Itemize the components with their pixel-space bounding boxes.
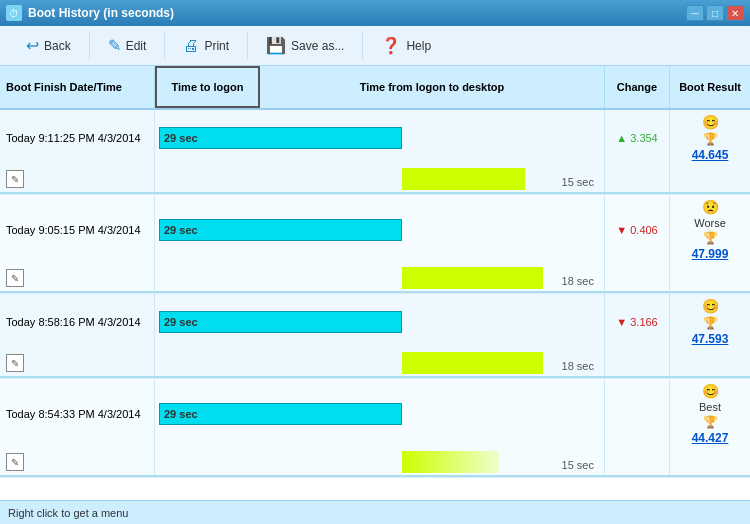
edit-label: Edit bbox=[126, 39, 147, 53]
yellow-bar-3 bbox=[402, 451, 499, 473]
cell-change-bot-0 bbox=[605, 166, 670, 192]
back-button[interactable]: ↩ Back bbox=[8, 31, 90, 60]
edit-small-icon-3[interactable]: ✎ bbox=[6, 453, 24, 471]
cell-result-bot-3 bbox=[670, 449, 750, 475]
print-icon: 🖨 bbox=[183, 37, 199, 55]
yellow-bar-1 bbox=[402, 267, 543, 289]
edit-small-icon-0[interactable]: ✎ bbox=[6, 170, 24, 188]
result-val-3[interactable]: 44.427 bbox=[692, 431, 729, 445]
cell-datetime-bot-0: ✎ bbox=[0, 166, 155, 192]
cell-bar-bot-2: 18 sec bbox=[155, 350, 605, 376]
print-label: Print bbox=[204, 39, 229, 53]
header-logon: Time to logon bbox=[155, 66, 260, 108]
cell-bar-bot-3: 15 sec bbox=[155, 449, 605, 475]
trophy-icon-3: 🏆 bbox=[703, 415, 718, 429]
cell-datetime-3: Today 8:54:33 PM 4/3/2014 bbox=[0, 379, 155, 449]
cell-datetime-bot-1: ✎ bbox=[0, 265, 155, 291]
table-row: Today 8:54:33 PM 4/3/201429 sec😊Best🏆44.… bbox=[0, 379, 750, 478]
table-row: Today 8:58:16 PM 4/3/201429 sec 3.166😊🏆4… bbox=[0, 294, 750, 379]
row-top-2: Today 8:58:16 PM 4/3/201429 sec 3.166😊🏆4… bbox=[0, 294, 750, 350]
yellow-bar-0 bbox=[402, 168, 525, 190]
cell-change-1: 0.406 bbox=[605, 195, 670, 265]
cell-datetime-0: Today 9:11:25 PM 4/3/2014 bbox=[0, 110, 155, 166]
cyan-bar-0: 29 sec bbox=[159, 127, 402, 149]
cell-change-bot-1 bbox=[605, 265, 670, 291]
result-emoji-0: 😊 bbox=[702, 114, 719, 130]
trophy-icon-0: 🏆 bbox=[703, 132, 718, 146]
toolbar: ↩ Back ✎ Edit 🖨 Print 💾 Save as... ❓ Hel… bbox=[0, 26, 750, 66]
minimize-button[interactable]: ─ bbox=[686, 5, 704, 21]
trophy-icon-1: 🏆 bbox=[703, 231, 718, 245]
header-timetodesk: Time from logon to desktop bbox=[260, 66, 605, 108]
row-bottom-1: ✎18 sec bbox=[0, 265, 750, 293]
back-icon: ↩ bbox=[26, 36, 39, 55]
cell-datetime-1: Today 9:05:15 PM 4/3/2014 bbox=[0, 195, 155, 265]
result-emoji-2: 😊 bbox=[702, 298, 719, 314]
result-val-2[interactable]: 47.593 bbox=[692, 332, 729, 346]
help-icon: ❓ bbox=[381, 36, 401, 55]
change-val: 0.406 bbox=[630, 224, 658, 236]
result-emoji-3: 😊 bbox=[702, 383, 719, 399]
cell-datetime-bot-2: ✎ bbox=[0, 350, 155, 376]
cell-bar-bot-0: 15 sec bbox=[155, 166, 605, 192]
arrow-down-icon bbox=[616, 224, 627, 236]
edit-small-icon-1[interactable]: ✎ bbox=[6, 269, 24, 287]
maximize-button[interactable]: □ bbox=[706, 5, 724, 21]
cell-bar-0: 29 sec bbox=[155, 110, 605, 166]
cell-change-0: 3.354 bbox=[605, 110, 670, 166]
app-icon: ⏱ bbox=[6, 5, 22, 21]
cell-bar-1: 29 sec bbox=[155, 195, 605, 265]
table-row: Today 9:05:15 PM 4/3/201429 sec 0.406😟Wo… bbox=[0, 195, 750, 294]
edit-button[interactable]: ✎ Edit bbox=[90, 31, 166, 60]
status-text: Right click to get a menu bbox=[8, 507, 128, 519]
header-datetime: Boot Finish Date/Time bbox=[0, 66, 155, 108]
cell-result-bot-0 bbox=[670, 166, 750, 192]
result-val-1[interactable]: 47.999 bbox=[692, 247, 729, 261]
row-top-1: Today 9:05:15 PM 4/3/201429 sec 0.406😟Wo… bbox=[0, 195, 750, 265]
row-top-3: Today 8:54:33 PM 4/3/201429 sec😊Best🏆44.… bbox=[0, 379, 750, 449]
arrow-down-icon bbox=[616, 316, 627, 328]
cell-bar-bot-1: 18 sec bbox=[155, 265, 605, 291]
cell-result-bot-2 bbox=[670, 350, 750, 376]
help-label: Help bbox=[406, 39, 431, 53]
table-body: Today 9:11:25 PM 4/3/201429 sec 3.354😊🏆4… bbox=[0, 110, 750, 478]
cell-result-2: 😊🏆47.593 bbox=[670, 294, 750, 350]
title-bar: ⏱ Boot History (in seconds) ─ □ ✕ bbox=[0, 0, 750, 26]
window-controls: ─ □ ✕ bbox=[686, 5, 744, 21]
save-icon: 💾 bbox=[266, 36, 286, 55]
result-val-0[interactable]: 44.645 bbox=[692, 148, 729, 162]
saveas-label: Save as... bbox=[291, 39, 344, 53]
result-label-3: Best bbox=[699, 401, 721, 413]
change-val: 3.166 bbox=[630, 316, 658, 328]
saveas-button[interactable]: 💾 Save as... bbox=[248, 31, 363, 60]
result-label-1: Worse bbox=[694, 217, 726, 229]
yellow-bar-2 bbox=[402, 352, 543, 374]
cell-result-3: 😊Best🏆44.427 bbox=[670, 379, 750, 449]
result-emoji-1: 😟 bbox=[702, 199, 719, 215]
cyan-bar-3: 29 sec bbox=[159, 403, 402, 425]
cyan-bar-1: 29 sec bbox=[159, 219, 402, 241]
table-row: Today 9:11:25 PM 4/3/201429 sec 3.354😊🏆4… bbox=[0, 110, 750, 195]
status-bar: Right click to get a menu bbox=[0, 500, 750, 524]
row-bottom-2: ✎18 sec bbox=[0, 350, 750, 378]
change-val: 3.354 bbox=[630, 132, 658, 144]
table-header: Boot Finish Date/Time Time to logon Time… bbox=[0, 66, 750, 110]
cell-bar-3: 29 sec bbox=[155, 379, 605, 449]
desktop-sec-label-2: 18 sec bbox=[562, 360, 594, 372]
help-button[interactable]: ❓ Help bbox=[363, 31, 449, 60]
cell-change-bot-2 bbox=[605, 350, 670, 376]
cell-change-3 bbox=[605, 379, 670, 449]
desktop-sec-label-1: 18 sec bbox=[562, 275, 594, 287]
row-bottom-0: ✎15 sec bbox=[0, 166, 750, 194]
cell-change-2: 3.166 bbox=[605, 294, 670, 350]
print-button[interactable]: 🖨 Print bbox=[165, 32, 248, 60]
edit-small-icon-2[interactable]: ✎ bbox=[6, 354, 24, 372]
close-button[interactable]: ✕ bbox=[726, 5, 744, 21]
main-content: Boot Finish Date/Time Time to logon Time… bbox=[0, 66, 750, 500]
cell-result-1: 😟Worse🏆47.999 bbox=[670, 195, 750, 265]
arrow-up-icon bbox=[616, 132, 627, 144]
cell-bar-2: 29 sec bbox=[155, 294, 605, 350]
cell-datetime-bot-3: ✎ bbox=[0, 449, 155, 475]
cyan-bar-2: 29 sec bbox=[159, 311, 402, 333]
back-label: Back bbox=[44, 39, 71, 53]
